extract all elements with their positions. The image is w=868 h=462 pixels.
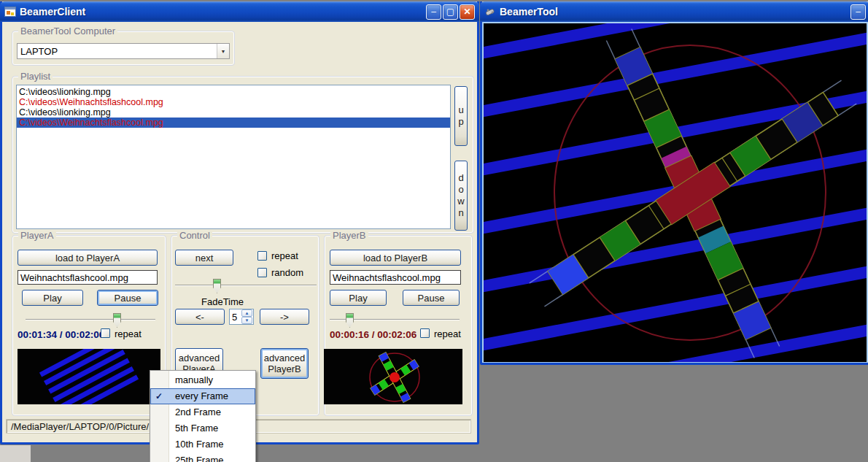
player-b-play-button[interactable]: Play [330, 290, 387, 306]
player-a-preview-image [18, 349, 160, 404]
control-random-label: random [271, 267, 303, 278]
control-group-label: Control [177, 230, 212, 241]
control-repeat-label: repeat [271, 250, 298, 261]
player-b-file-field[interactable]: Weihnachtsflashcool.mpg [330, 270, 461, 285]
playlist-item[interactable]: C:\videos\lionking.mpg [17, 107, 450, 118]
control-repeat-checkbox[interactable] [257, 251, 267, 261]
player-a-group-label: PlayerA [18, 230, 56, 241]
player-b-seek-slider[interactable] [330, 312, 460, 328]
playlist-up-button[interactable]: up [454, 86, 468, 146]
fadetime-value: 5 [230, 309, 241, 324]
beamertool-titlebar[interactable]: BeamerTool – [480, 1, 868, 22]
control-random-checkbox[interactable] [257, 268, 267, 277]
computer-combobox[interactable]: LAPTOP ▼ [17, 43, 230, 59]
menu-item-manually[interactable]: manually [150, 372, 255, 388]
minimize-button[interactable]: – [426, 4, 441, 20]
fadetime-label: FadeTime [201, 296, 244, 307]
fade-forward-button[interactable]: -> [260, 309, 309, 325]
fadetime-slider[interactable] [175, 278, 317, 294]
playlist-listbox[interactable]: C:\videos\lionking.mpg C:\videos\Weihnac… [16, 85, 451, 229]
beamertool-minimize-button[interactable]: – [850, 4, 866, 20]
beamerclient-titlebar[interactable]: BeamerClient – ▢ ✕ [0, 1, 479, 22]
beamertool-body [482, 22, 868, 363]
maximize-button[interactable]: ▢ [443, 4, 458, 20]
beamerclient-title: BeamerClient [20, 6, 426, 18]
advanced-player-b-button[interactable]: advanced PlayerB [260, 348, 309, 379]
slider-track [26, 319, 155, 320]
spinner-up-icon[interactable]: ▲ [241, 309, 252, 317]
menu-item-25th-frame[interactable]: 25th Frame [150, 453, 255, 462]
spinner-down-icon[interactable]: ▼ [241, 317, 252, 324]
player-a-repeat-checkbox[interactable] [101, 328, 110, 338]
beamertool-canvas [484, 23, 867, 362]
slider-thumb[interactable] [113, 313, 121, 328]
player-a-pause-button[interactable]: Pause [97, 290, 158, 306]
close-button[interactable]: ✕ [460, 4, 475, 20]
beamertool-window: BeamerTool – [480, 1, 868, 365]
player-b-repeat-label: repeat [434, 328, 461, 339]
playlist-group-label: Playlist [18, 71, 53, 82]
slider-thumb[interactable] [213, 279, 221, 293]
player-b-preview [324, 349, 462, 404]
menu-item-5th-frame[interactable]: 5th Frame [150, 420, 255, 436]
computer-group-label: BeamerTool Computer [18, 26, 117, 36]
player-a-play-button[interactable]: Play [22, 290, 83, 306]
menu-item-10th-frame[interactable]: 10th Frame [150, 436, 255, 453]
player-a-seek-slider[interactable] [26, 312, 155, 328]
combo-dropdown-arrow-icon[interactable]: ▼ [217, 44, 229, 58]
player-b-group-label: PlayerB [330, 230, 368, 241]
playlist-down-button[interactable]: down [454, 161, 468, 231]
player-b-preview-image [324, 349, 462, 404]
menu-item-every-frame[interactable]: ✓ every Frame [150, 388, 255, 404]
player-b-time: 00:00:16 / 00:02:06 [330, 329, 416, 340]
playlist-item-selected[interactable]: C:\videos\Weihnachtsflashcool.mpg [17, 118, 450, 128]
load-to-player-b-button[interactable]: load to PlayerB [330, 250, 461, 266]
player-b-repeat-checkbox[interactable] [420, 328, 430, 338]
playlist-item[interactable]: C:\videos\Weihnachtsflashcool.mpg [17, 97, 450, 107]
fade-back-button[interactable]: <- [175, 309, 225, 325]
beamerclient-app-icon [4, 7, 16, 17]
player-a-preview [18, 349, 160, 404]
playlist-item[interactable]: C:\videos\lionking.mpg [17, 87, 450, 97]
player-a-repeat-label: repeat [115, 328, 142, 339]
desktop: BeamerTool – [0, 0, 868, 462]
player-a-time: 00:01:34 / 00:02:06 [18, 329, 104, 340]
desktop-light-strip [0, 445, 31, 462]
check-icon: ✓ [155, 388, 163, 404]
player-a-file-field[interactable]: Weihnachtsflashcool.mpg [18, 270, 158, 285]
slider-thumb[interactable] [346, 313, 354, 328]
beamertool-title: BeamerTool [500, 6, 850, 18]
player-b-pause-button[interactable]: Pause [403, 290, 460, 306]
slider-track [175, 285, 317, 286]
menu-item-2nd-frame[interactable]: 2nd Frame [150, 404, 255, 420]
frame-context-menu: manually ✓ every Frame 2nd Frame 5th Fra… [150, 370, 256, 462]
computer-combobox-value: LAPTOP [18, 46, 217, 57]
load-to-player-a-button[interactable]: load to PlayerA [18, 250, 158, 266]
beamertool-app-icon [484, 6, 496, 18]
next-button[interactable]: next [175, 250, 233, 266]
fadetime-spinner[interactable]: 5 ▲ ▼ [229, 309, 254, 325]
